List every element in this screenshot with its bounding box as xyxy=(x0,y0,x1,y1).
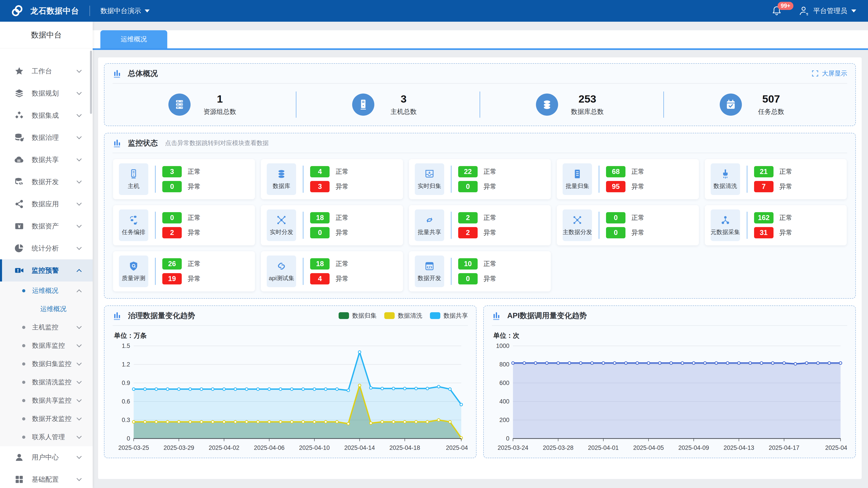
sidebar-item-sharing-monitoring[interactable]: 数据共享监控 xyxy=(0,391,93,410)
sidebar-item-cleaning-monitoring[interactable]: 数据清洗监控 xyxy=(0,373,93,391)
stat-tasks: 507 任务总数 xyxy=(664,93,847,116)
monitor-card[interactable]: 主机3正常0异常 xyxy=(113,159,255,199)
sidebar-item-data-sharing[interactable]: 数据共享 xyxy=(0,149,93,171)
normal-count-badge[interactable]: 18 xyxy=(310,258,330,269)
monitor-card[interactable]: 任务编排0正常2异常 xyxy=(113,205,255,246)
sidebar-item-label: 数据开发监控 xyxy=(32,414,71,423)
sidebar-item-host-monitoring[interactable]: 主机监控 xyxy=(0,318,93,336)
sidebar-item-data-integration[interactable]: 数据集成 xyxy=(0,104,93,127)
normal-count-badge[interactable]: 26 xyxy=(162,258,182,269)
monitor-card[interactable]: api测试集18正常4异常 xyxy=(261,251,403,291)
sidebar-scrollbar[interactable] xyxy=(90,51,92,114)
error-count-badge[interactable]: 95 xyxy=(606,181,625,192)
monitor-card[interactable]: 批量共享2正常2异常 xyxy=(409,205,551,246)
sidebar-item-database-monitoring[interactable]: 数据库监控 xyxy=(0,336,93,355)
sidebar-item-monitoring-alerts[interactable]: 监控预警 xyxy=(0,259,93,282)
error-count-badge[interactable]: 7 xyxy=(754,181,774,192)
svg-text:2025-04-22: 2025-04-22 xyxy=(825,445,847,451)
sidebar-item-data-application[interactable]: 数据应用 xyxy=(0,193,93,215)
svg-text:2025-04-05: 2025-04-05 xyxy=(633,445,664,451)
sidebar-item-collection-monitoring[interactable]: 数据归集监控 xyxy=(0,355,93,373)
chevron-down-icon xyxy=(76,360,82,365)
monitor-card[interactable]: 元数据采集162正常31异常 xyxy=(705,205,847,246)
monitor-card-label: 批量归集 xyxy=(565,182,589,190)
normal-count-badge[interactable]: 0 xyxy=(162,212,182,223)
sidebar-item-data-assets[interactable]: 数据资产 xyxy=(0,215,93,237)
normal-count-badge[interactable]: 22 xyxy=(458,166,477,177)
monitor-card[interactable]: 批量归集68正常95异常 xyxy=(557,159,699,199)
sidebar-item-development-monitoring[interactable]: 数据开发监控 xyxy=(0,410,93,428)
legend-item-sharing[interactable]: 数据共享 xyxy=(430,312,468,320)
normal-count-badge[interactable]: 162 xyxy=(754,212,774,223)
sidebar-item-statistics[interactable]: 统计分析 xyxy=(0,237,93,259)
normal-count-badge[interactable]: 68 xyxy=(606,166,625,177)
sidebar-item-basic-config[interactable]: 基础配置 xyxy=(0,468,93,488)
monitor-card[interactable]: 数据开发10正常0异常 xyxy=(409,251,551,291)
normal-count-badge[interactable]: 0 xyxy=(606,212,625,223)
chevron-down-icon xyxy=(76,379,82,384)
normal-count-badge[interactable]: 18 xyxy=(310,212,330,223)
tab-ops-overview[interactable]: 运维概况 xyxy=(100,30,167,48)
chevron-down-icon xyxy=(76,178,82,184)
chevron-down-icon xyxy=(76,476,82,481)
svg-text:2025-04-17: 2025-04-17 xyxy=(769,445,800,451)
legend-label: 数据清洗 xyxy=(398,312,422,320)
error-count-badge[interactable]: 2 xyxy=(162,227,182,238)
sidebar-item-data-governance[interactable]: 数据治理 xyxy=(0,127,93,149)
user-menu[interactable]: 平台管理员 xyxy=(798,5,856,17)
environment-dropdown[interactable]: 数据中台演示 xyxy=(100,6,150,15)
legend-label: 数据共享 xyxy=(443,312,468,320)
monitor-card[interactable]: 实时分发18正常0异常 xyxy=(261,205,403,246)
fullscreen-link[interactable]: 大屏显示 xyxy=(811,69,847,78)
error-count-badge[interactable]: 31 xyxy=(754,227,774,238)
monitor-card[interactable]: 主数据分发0正常0异常 xyxy=(557,205,699,246)
normal-count-badge[interactable]: 10 xyxy=(458,258,477,269)
card-divider xyxy=(303,212,303,239)
fullscreen-label: 大屏显示 xyxy=(822,69,847,78)
monitor-card[interactable]: 实时归集22正常0异常 xyxy=(409,159,551,199)
normal-count-badge[interactable]: 21 xyxy=(754,166,774,177)
normal-count-badge[interactable]: 2 xyxy=(458,212,477,223)
sidebar-item-data-planning[interactable]: 数据规划 xyxy=(0,82,93,104)
normal-count-badge[interactable]: 3 xyxy=(162,166,182,177)
sidebar-item-user-center[interactable]: 用户中心 xyxy=(0,446,93,468)
error-count-badge[interactable]: 0 xyxy=(458,273,477,285)
legend-item-cleaning[interactable]: 数据清洗 xyxy=(384,312,422,320)
error-count-badge[interactable]: 2 xyxy=(458,227,477,238)
app-title: 龙石数据中台 xyxy=(30,6,79,16)
sidebar-item-label: 联系人管理 xyxy=(32,433,65,442)
svg-text:2025-04-09: 2025-04-09 xyxy=(678,445,709,451)
monitor-card-icon-box: 实时分发 xyxy=(267,209,296,241)
error-count-badge[interactable]: 0 xyxy=(458,181,477,192)
error-count-badge[interactable]: 3 xyxy=(310,181,330,192)
tab-label: 运维概况 xyxy=(121,35,147,44)
sidebar-item-label: 主机监控 xyxy=(32,323,58,332)
stat-value: 507 xyxy=(751,93,792,105)
error-count-badge[interactable]: 19 xyxy=(162,273,182,285)
calendar-check-icon xyxy=(720,94,742,116)
sidebar-item-label: 数据集成 xyxy=(32,111,59,120)
monitor-card[interactable]: 数据库4正常3异常 xyxy=(261,159,403,199)
host-icon xyxy=(352,94,374,116)
error-count-badge[interactable]: 4 xyxy=(310,273,330,285)
sidebar-item-label: 基础配置 xyxy=(32,475,59,484)
error-label: 异常 xyxy=(188,228,201,237)
monitor-card[interactable]: 数据清洗21正常7异常 xyxy=(705,159,847,199)
fullscreen-icon xyxy=(811,70,819,77)
sidebar-item-ops-overview-group[interactable]: 运维概况 xyxy=(0,282,93,300)
normal-label: 正常 xyxy=(336,167,348,176)
monitor-card[interactable]: 质量评测26正常19异常 xyxy=(113,251,255,291)
sidebar-item-data-development[interactable]: 数据开发 xyxy=(0,171,93,193)
error-count-badge[interactable]: 0 xyxy=(162,181,182,192)
chevron-up-icon xyxy=(76,289,82,294)
notifications-button[interactable]: 99+ xyxy=(771,5,782,16)
monitor-icon xyxy=(572,168,583,180)
sidebar-item-contacts-management[interactable]: 联系人管理 xyxy=(0,428,93,446)
sidebar-item-workbench[interactable]: 工作台 xyxy=(0,60,93,82)
monitor-icon xyxy=(424,261,435,271)
error-count-badge[interactable]: 0 xyxy=(606,227,625,238)
legend-item-collection[interactable]: 数据归集 xyxy=(339,312,377,320)
sidebar-item-ops-overview[interactable]: 运维概况 xyxy=(0,300,93,318)
error-count-badge[interactable]: 0 xyxy=(310,227,330,238)
normal-count-badge[interactable]: 4 xyxy=(310,166,330,177)
